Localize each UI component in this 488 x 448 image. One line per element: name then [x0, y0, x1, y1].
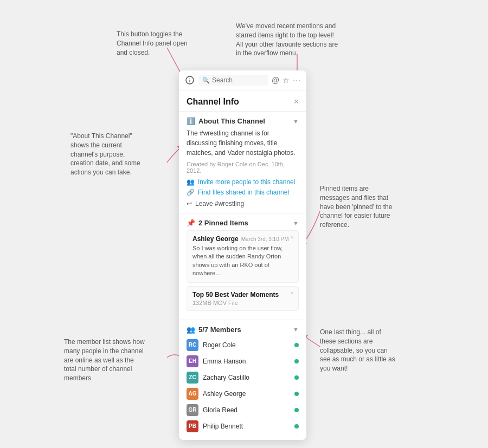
annotation-toggle-panel: This button toggles the Channel Info pan…: [117, 30, 192, 57]
about-section-title: ℹ️ About This Channel: [187, 117, 265, 125]
member-name: Gloria Reed: [203, 406, 290, 414]
annotation-about-channel: "About This Channel" shows the current c…: [70, 132, 149, 177]
pinned-msg-author: Ashley George: [192, 235, 239, 243]
member-row[interactable]: PBPhilip Bennett: [187, 418, 299, 434]
channel-info-panel: i 🔍 @ ☆ ··· Channel Info × ℹ️ About This…: [179, 70, 306, 440]
pinned-message-item: × Ashley George March 3rd, 3:10 PM So I …: [187, 230, 299, 283]
leave-icon: ↩: [187, 200, 192, 207]
files-link[interactable]: 🔗 Find files shared in this channel: [187, 189, 299, 196]
pinned-file-meta: 132MB MOV File: [192, 300, 293, 306]
member-avatar: GR: [187, 404, 198, 416]
pinned-section: 📌 2 Pinned Items ▼ × Ashley George March…: [179, 213, 306, 320]
member-status-indicator: [294, 359, 299, 363]
pinned-file-close[interactable]: ×: [291, 290, 294, 296]
info-icon[interactable]: i: [184, 75, 195, 86]
more-icon[interactable]: ···: [293, 76, 301, 85]
member-status-indicator: [294, 424, 299, 428]
annotation-collapsable: One last thing... all of these sections …: [320, 328, 399, 373]
member-name: Zachary Castillo: [203, 374, 290, 381]
pinned-section-title: 📌 2 Pinned Items: [187, 219, 248, 227]
pinned-file-name: Top 50 Best Vader Moments: [192, 291, 293, 298]
pinned-msg-header: Ashley George March 3rd, 3:10 PM: [192, 235, 293, 243]
member-row[interactable]: EHEmma Hanson: [187, 353, 299, 369]
pinned-msg-time: March 3rd, 3:10 PM: [241, 236, 289, 242]
search-icon: 🔍: [202, 77, 210, 84]
star-icon[interactable]: ☆: [282, 76, 290, 85]
about-chevron-icon[interactable]: ▼: [293, 118, 299, 125]
about-description: The #wrestling channel is for discussing…: [187, 128, 299, 158]
info-circle-icon: ℹ️: [187, 117, 195, 125]
invite-link[interactable]: 👥 Invite more people to this channel: [187, 178, 299, 186]
member-row[interactable]: AGAshley George: [187, 386, 299, 402]
toolbar: i 🔍 @ ☆ ···: [179, 70, 306, 90]
pinned-msg-text: So I was working on the user flow, when …: [192, 244, 293, 278]
invite-icon: 👥: [187, 178, 195, 186]
members-section: 👥 5/7 Members ▼ RCRoger ColeEHEmma Hanso…: [179, 320, 306, 440]
member-avatar: AG: [187, 388, 198, 400]
members-section-header: 👥 5/7 Members ▼: [187, 326, 299, 334]
about-section-header: ℹ️ About This Channel ▼: [187, 117, 299, 125]
at-icon[interactable]: @: [272, 76, 279, 85]
pinned-message-close[interactable]: ×: [291, 234, 294, 241]
member-row[interactable]: ZCZachary Castillo: [187, 369, 299, 386]
about-links: 👥 Invite more people to this channel 🔗 F…: [187, 178, 299, 207]
member-name: Philip Bennett: [203, 423, 290, 430]
member-status-indicator: [294, 375, 299, 380]
pin-icon: 📌: [187, 219, 195, 227]
panel-header: Channel Info ×: [179, 90, 306, 112]
member-avatar: EH: [187, 355, 198, 367]
member-avatar: PB: [187, 420, 198, 432]
toolbar-right-icons: @ ☆ ···: [272, 76, 301, 85]
annotation-pinned-items: Pinned items are messages and files that…: [320, 184, 396, 230]
about-created: Created by Roger Cole on Dec. 10th, 2012…: [187, 161, 299, 174]
about-section: ℹ️ About This Channel ▼ The #wrestling c…: [179, 112, 306, 213]
member-name: Roger Cole: [203, 341, 290, 349]
search-input[interactable]: [212, 76, 265, 84]
members-chevron-icon[interactable]: ▼: [293, 326, 299, 333]
member-row[interactable]: RCRoger Cole: [187, 337, 299, 353]
annotation-member-list: The member list shows how many people in…: [64, 337, 145, 383]
panel-close-button[interactable]: ×: [294, 97, 299, 107]
member-avatar: ZC: [187, 372, 198, 384]
svg-text:i: i: [189, 78, 191, 83]
member-status-indicator: [294, 343, 299, 347]
member-name: Ashley George: [203, 390, 290, 398]
panel-title: Channel Info: [187, 97, 239, 107]
member-status-indicator: [294, 408, 299, 412]
search-box[interactable]: 🔍: [198, 75, 268, 86]
pinned-chevron-icon[interactable]: ▼: [293, 220, 299, 226]
annotation-moved-items: We've moved recent mentions and starred …: [236, 22, 339, 58]
members-icon: 👥: [187, 326, 195, 334]
member-status-indicator: [294, 392, 299, 396]
member-row[interactable]: GRGloria Reed: [187, 402, 299, 418]
member-name: Emma Hanson: [203, 358, 290, 365]
members-list: RCRoger ColeEHEmma HansonZCZachary Casti…: [187, 337, 299, 434]
members-section-title: 👥 5/7 Members: [187, 326, 241, 334]
pinned-file-item: × Top 50 Best Vader Moments 132MB MOV Fi…: [187, 286, 299, 311]
files-icon: 🔗: [187, 189, 195, 196]
pinned-section-header: 📌 2 Pinned Items ▼: [187, 219, 299, 227]
member-avatar: RC: [187, 339, 198, 351]
leave-channel-link[interactable]: ↩ Leave #wrestling: [187, 200, 299, 207]
